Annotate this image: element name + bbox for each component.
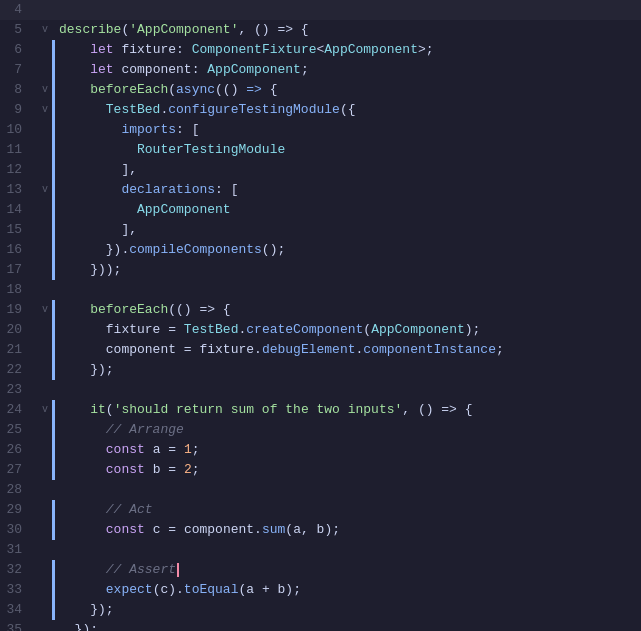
code-line-28: 28 [0, 480, 641, 500]
line-num-19: 19 [0, 300, 38, 320]
code-line-11: 11 RouterTestingModule [0, 140, 641, 160]
code-line-33: 33 expect(c).toEqual(a + b); [0, 580, 641, 600]
code-line-23: 23 [0, 380, 641, 400]
code-line-12: 12 ], [0, 160, 641, 180]
border-4 [52, 0, 55, 20]
code-line-31: 31 [0, 540, 641, 560]
line-num-17: 17 [0, 260, 38, 280]
code-line-22: 22 }); [0, 360, 641, 380]
line-num-11: 11 [0, 140, 38, 160]
border-23 [52, 380, 55, 400]
fold-24[interactable]: v [38, 400, 52, 420]
code-content-27: const b = 2; [55, 460, 641, 480]
code-line-10: 10 imports: [ [0, 120, 641, 140]
code-line-7: 7 let component: AppComponent; [0, 60, 641, 80]
code-line-8: 8 v beforeEach(async(() => { [0, 80, 641, 100]
code-content-15: ], [55, 220, 641, 240]
line-num-35: 35 [0, 620, 38, 631]
fold-8[interactable]: v [38, 80, 52, 100]
line-num-29: 29 [0, 500, 38, 520]
fold-19[interactable]: v [38, 300, 52, 320]
code-line-18: 18 [0, 280, 641, 300]
code-content-24: it('should return sum of the two inputs'… [55, 400, 641, 420]
code-content-17: })); [55, 260, 641, 280]
code-content-9: TestBed.configureTestingModule({ [55, 100, 641, 120]
code-content-26: const a = 1; [55, 440, 641, 460]
code-line-14: 14 AppComponent [0, 200, 641, 220]
code-content-32: // Assert [55, 560, 641, 580]
line-num-25: 25 [0, 420, 38, 440]
line-num-24: 24 [0, 400, 38, 420]
code-content-20: fixture = TestBed.createComponent(AppCom… [55, 320, 641, 340]
line-num-23: 23 [0, 380, 38, 400]
line-num-18: 18 [0, 280, 38, 300]
code-line-5: 5 v describe('AppComponent', () => { [0, 20, 641, 40]
line-num-15: 15 [0, 220, 38, 240]
border-18 [52, 280, 55, 300]
line-num-13: 13 [0, 180, 38, 200]
code-content-13: declarations: [ [55, 180, 641, 200]
line-num-10: 10 [0, 120, 38, 140]
code-editor: 4 5 v describe('AppComponent', () => { 6… [0, 0, 641, 631]
line-num-7: 7 [0, 60, 38, 80]
code-line-34: 34 }); [0, 600, 641, 620]
line-num-20: 20 [0, 320, 38, 340]
code-line-20: 20 fixture = TestBed.createComponent(App… [0, 320, 641, 340]
line-num-9: 9 [0, 100, 38, 120]
fold-5[interactable]: v [38, 20, 52, 40]
code-content-25: // Arrange [55, 420, 641, 440]
code-line-32: 32 // Assert [0, 560, 641, 580]
code-content-10: imports: [ [55, 120, 641, 140]
line-num-30: 30 [0, 520, 38, 540]
code-content-30: const c = component.sum(a, b); [55, 520, 641, 540]
line-num-4: 4 [0, 0, 38, 20]
line-num-34: 34 [0, 600, 38, 620]
code-content-11: RouterTestingModule [55, 140, 641, 160]
code-line-16: 16 }).compileComponents(); [0, 240, 641, 260]
code-line-21: 21 component = fixture.debugElement.comp… [0, 340, 641, 360]
code-line-24: 24 v it('should return sum of the two in… [0, 400, 641, 420]
code-content-29: // Act [55, 500, 641, 520]
line-num-5: 5 [0, 20, 38, 40]
code-line-26: 26 const a = 1; [0, 440, 641, 460]
code-line-13: 13 v declarations: [ [0, 180, 641, 200]
code-content-35: }); [55, 620, 641, 631]
border-28 [52, 480, 55, 500]
code-content-33: expect(c).toEqual(a + b); [55, 580, 641, 600]
fold-13[interactable]: v [38, 180, 52, 200]
line-num-6: 6 [0, 40, 38, 60]
code-content-19: beforeEach(() => { [55, 300, 641, 320]
code-line-9: 9 v TestBed.configureTestingModule({ [0, 100, 641, 120]
code-content-34: }); [55, 600, 641, 620]
code-content-7: let component: AppComponent; [55, 60, 641, 80]
code-content-5: describe('AppComponent', () => { [55, 20, 641, 40]
fold-9[interactable]: v [38, 100, 52, 120]
code-content-21: component = fixture.debugElement.compone… [55, 340, 641, 360]
code-line-6: 6 let fixture: ComponentFixture<AppCompo… [0, 40, 641, 60]
line-num-21: 21 [0, 340, 38, 360]
line-num-12: 12 [0, 160, 38, 180]
line-num-26: 26 [0, 440, 38, 460]
code-line-27: 27 const b = 2; [0, 460, 641, 480]
code-line-29: 29 // Act [0, 500, 641, 520]
code-line-25: 25 // Arrange [0, 420, 641, 440]
line-num-14: 14 [0, 200, 38, 220]
code-line-30: 30 const c = component.sum(a, b); [0, 520, 641, 540]
line-num-8: 8 [0, 80, 38, 100]
code-content-16: }).compileComponents(); [55, 240, 641, 260]
line-num-27: 27 [0, 460, 38, 480]
line-num-32: 32 [0, 560, 38, 580]
code-line-19: 19 v beforeEach(() => { [0, 300, 641, 320]
border-31 [52, 540, 55, 560]
code-content-6: let fixture: ComponentFixture<AppCompone… [55, 40, 641, 60]
code-content-22: }); [55, 360, 641, 380]
code-content-12: ], [55, 160, 641, 180]
line-num-16: 16 [0, 240, 38, 260]
line-num-31: 31 [0, 540, 38, 560]
code-line-4: 4 [0, 0, 641, 20]
line-num-33: 33 [0, 580, 38, 600]
text-cursor [177, 563, 179, 577]
line-num-28: 28 [0, 480, 38, 500]
code-content-14: AppComponent [55, 200, 641, 220]
code-line-15: 15 ], [0, 220, 641, 240]
